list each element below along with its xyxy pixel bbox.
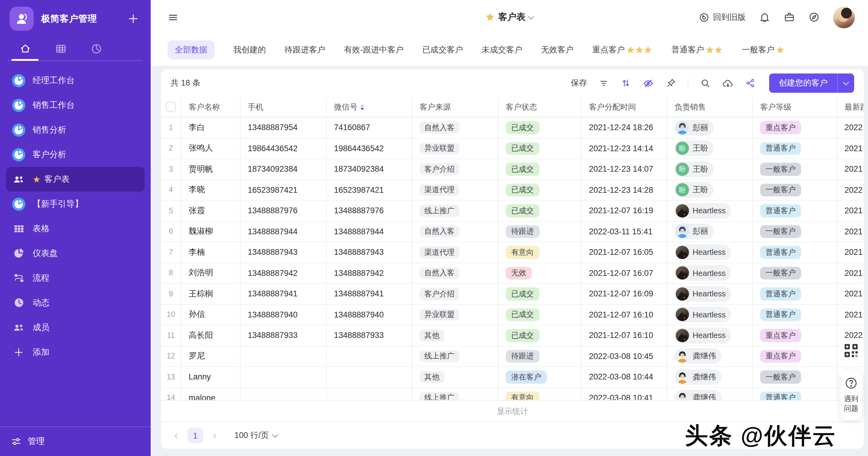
sidebar-item-销售分析[interactable]: 销售分析 <box>6 118 145 142</box>
back-to-old-version-button[interactable]: 回到旧版 <box>699 12 746 23</box>
select-all-cell <box>161 97 181 117</box>
search-icon[interactable] <box>700 78 711 89</box>
chevron-down-icon <box>843 79 849 85</box>
cell-customer-name: 刘浩明 <box>181 263 241 283</box>
filter-icon[interactable] <box>598 78 609 88</box>
create-customer-button[interactable]: 创建您的客户 <box>769 73 854 93</box>
column-header-assign-time[interactable]: 客户分配时间 <box>582 97 667 117</box>
sidebar-item-表格[interactable]: 表格 <box>6 216 145 241</box>
table-row[interactable]: 2张鸣人1986443654219864436542异业联盟已成交2021-12… <box>161 138 864 159</box>
cell-level: 重点客户 <box>753 118 837 138</box>
sidebar-item-客户分析[interactable]: 客户分析 <box>6 142 145 167</box>
cloud-download-icon[interactable] <box>722 77 734 89</box>
sidebar-item-动态[interactable]: 动态 <box>6 290 145 315</box>
cell-wechat <box>327 346 412 366</box>
hamburger-menu-icon[interactable] <box>167 12 179 23</box>
cell-assign-time: 2021-12-23 14:14 <box>582 138 667 158</box>
view-tab-待跟进客户[interactable]: 待跟进客户 <box>284 44 325 56</box>
page-title[interactable]: ★ 客户表 <box>486 11 533 24</box>
sidebar-item-销售工作台[interactable]: 销售工作台 <box>6 93 145 118</box>
sidebar-item-新手引导[interactable]: 【新手引导】 <box>6 192 145 216</box>
create-customer-dropdown[interactable] <box>837 73 854 93</box>
select-all-checkbox[interactable] <box>166 102 176 112</box>
help-widget: 遇到 问题 <box>839 339 863 420</box>
user-avatar[interactable] <box>833 6 855 28</box>
sidebar-item-流程[interactable]: 流程 <box>6 266 145 290</box>
table-row[interactable]: 9王棕榈1348888794113488887941客户介绍已成交2021-12… <box>161 284 864 304</box>
save-button[interactable]: 保存 <box>571 78 587 89</box>
sales-chip: Heartless <box>675 203 731 219</box>
sidebar-tab-home[interactable] <box>7 37 43 60</box>
cell-customer-name: 罗尼 <box>181 346 241 366</box>
share-icon[interactable] <box>745 78 756 89</box>
view-tab-全部数据[interactable]: 全部数据 <box>167 40 215 60</box>
sort-icon[interactable] <box>620 78 631 89</box>
view-tab-我创建的[interactable]: 我创建的 <box>233 44 266 56</box>
view-tab-已成交客户[interactable]: 已成交客户 <box>422 44 463 56</box>
page-title-text: 客户表 <box>498 11 525 23</box>
view-tab-无效客户[interactable]: 无效客户 <box>541 44 574 56</box>
show-statistics-button[interactable]: 显示统计 <box>161 400 864 422</box>
view-tab-未成交客户[interactable]: 未成交客户 <box>482 44 522 56</box>
cell-latest: 2021 <box>837 242 864 262</box>
view-tab-label: 有效-跟进中客户 <box>344 44 404 56</box>
column-header-status[interactable]: 客户状态 <box>498 97 582 117</box>
column-header-level[interactable]: 客户等级 <box>753 97 837 117</box>
view-tab-有效-跟进中客户[interactable]: 有效-跟进中客户 <box>344 44 404 56</box>
qr-code-icon[interactable] <box>840 339 862 362</box>
table-row[interactable]: 10孙信1348888794013488887940异业联盟已成交2021-12… <box>161 304 864 325</box>
table-row[interactable]: 1李白1348888795474160867自然入客已成交2021-12-24 … <box>161 118 864 138</box>
next-page-button[interactable]: › <box>209 430 220 441</box>
sales-name: 龚继伟 <box>692 351 716 362</box>
prev-page-button[interactable]: ‹ <box>170 430 181 441</box>
sidebar-tab-recent[interactable] <box>79 37 114 60</box>
view-tab-一般客户[interactable]: 一般客户★ <box>742 44 785 56</box>
column-header-phone[interactable]: 手机 <box>241 97 327 117</box>
column-header-latest[interactable]: 最新跟 <box>837 97 864 117</box>
view-tab-普通客户[interactable]: 普通客户★★ <box>672 44 723 56</box>
notification-bell-icon[interactable] <box>759 11 770 23</box>
help-panel[interactable]: 遇到 问题 <box>840 370 862 420</box>
page-size-selector[interactable]: 100 行/页 <box>235 430 277 441</box>
sidebar-item-成员[interactable]: 成员 <box>6 315 145 340</box>
sort-indicator-icon[interactable] <box>361 104 364 110</box>
pin-icon[interactable] <box>665 78 676 89</box>
discover-compass-icon[interactable] <box>808 11 820 23</box>
table-row[interactable]: 6魏淑柳1348888794413488887944自然入客待跟进2022-03… <box>161 221 864 242</box>
add-app-button[interactable] <box>125 13 141 24</box>
row-number: 11 <box>161 325 181 346</box>
cell-assign-time: 2021-12-07 16:09 <box>582 284 667 304</box>
sidebar-item-客户表[interactable]: ★客户表 <box>6 167 145 192</box>
status-tag: 潜在客户 <box>506 370 547 383</box>
hide-fields-eye-icon[interactable] <box>643 77 654 89</box>
column-header-name[interactable]: 客户名称 <box>181 97 241 117</box>
sales-name: Heartless <box>692 269 726 278</box>
cell-phone: 13488887941 <box>241 284 327 304</box>
view-tab-重点客户[interactable]: 重点客户★★★ <box>592 44 653 56</box>
table-row[interactable]: 11高长阳1348888793313488887933其他已成交2021-12-… <box>161 325 864 346</box>
sidebar-item-添加[interactable]: 添加 <box>6 340 145 364</box>
column-header-sales[interactable]: 负责销售 <box>667 97 753 117</box>
help-text-line1: 遇到 <box>844 393 858 404</box>
sidebar-item-经理工作台[interactable]: 经理工作台 <box>6 68 145 93</box>
cell-source: 线上推广 <box>412 346 498 366</box>
table-row[interactable]: 8刘浩明1348888794213488887942自然入客无效2021-12-… <box>161 263 864 284</box>
sidebar-item-仪表盘[interactable]: 仪表盘 <box>6 241 145 266</box>
table-row[interactable]: 3贾明帆1873409238418734092384客户介绍已成交2021-12… <box>161 159 864 180</box>
star-rating-icon: ★ <box>776 44 785 56</box>
table-row[interactable]: 5张霞1348888797613488887976线上推广已成交2021-12-… <box>161 201 864 221</box>
workspace-briefcase-icon[interactable] <box>784 11 795 23</box>
column-header-wechat[interactable]: 微信号 <box>327 97 412 117</box>
cell-status: 已成交 <box>498 201 582 221</box>
table-row[interactable]: 7李楠1348888794313488887943渠道代理有意向2021-12-… <box>161 242 864 263</box>
current-page-button[interactable]: 1 <box>187 428 203 443</box>
table-row[interactable]: 14malone线上推广有意向2022-03-08 10:41龚继伟普通客户 <box>161 388 864 400</box>
sidebar-tab-tables[interactable] <box>43 37 79 60</box>
column-header-source[interactable]: 客户来源 <box>412 97 498 117</box>
table-row[interactable]: 4李晓1652398742116523987421渠道代理已成交2021-12-… <box>161 180 864 201</box>
home-icon <box>19 43 31 55</box>
sidebar-manage-button[interactable]: 管理 <box>0 426 151 456</box>
table-row[interactable]: 12罗尼线上推广待跟进2022-03-08 10:45龚继伟重点客户 <box>161 346 864 367</box>
level-tag: 普通客户 <box>760 204 801 217</box>
table-row[interactable]: 13Lanny其他潜在客户2022-03-08 10:44龚继伟一般客户 <box>161 367 864 388</box>
